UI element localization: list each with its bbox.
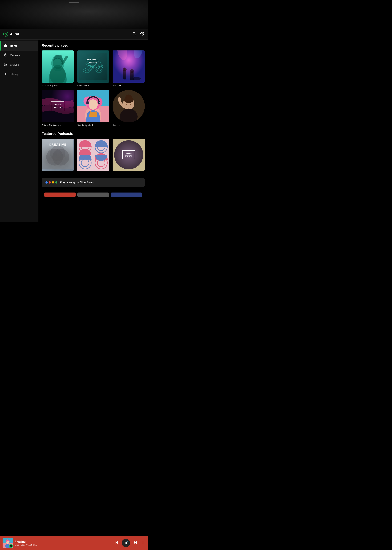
svg-point-44 [130,104,131,105]
aural-logo-icon [3,32,8,37]
voice-dot-red [49,181,51,183]
svg-point-46 [46,149,63,165]
sidebar-item-home[interactable]: Home [0,41,38,51]
svg-point-7 [5,63,5,64]
svg-point-47 [52,149,69,165]
recents-icon [4,53,7,57]
sidebar-item-recents-label: Recents [10,54,20,57]
voice-dots [45,181,57,183]
svg-point-0 [4,32,8,36]
album-label-jay-los: Jay Los [112,124,145,127]
sidebar-item-browse-label: Browse [10,63,19,66]
voice-assistant-text: Play a song by Alice Broek [60,181,94,184]
voice-dot-blue [45,181,48,183]
svg-point-42 [118,97,121,101]
header-icons [132,31,145,37]
sidebar-item-browse[interactable]: Browse [0,60,38,70]
svg-point-21 [123,68,126,71]
main-layout: Home Recents Browse Library Recently pla… [0,40,148,222]
browse-icon [4,63,7,67]
svg-point-19 [132,50,144,59]
action-button-1[interactable] [44,192,76,197]
svg-point-23 [130,69,133,73]
podcast-item-lorem2[interactable]: LOREM IPSUM. [112,139,145,172]
action-button-2[interactable] [77,192,109,197]
podcast-cover-pink-circles [77,139,109,171]
lorem-ipsum-line1: LOREM [54,104,62,106]
recently-played-grid: Today's Top Hits [42,50,145,127]
svg-point-1 [6,35,6,35]
svg-text:ABSTRACT: ABSTRACT [86,58,100,61]
action-button-3[interactable] [111,192,142,197]
sidebar-item-library-label: Library [10,73,18,76]
svg-point-43 [126,104,127,105]
search-button[interactable] [132,31,137,37]
voice-assistant-bar[interactable]: Play a song by Alice Broek [42,178,145,187]
svg-text:H: H [99,102,100,104]
settings-button[interactable] [140,31,145,37]
app-title: Aural [10,32,19,36]
svg-point-40 [124,97,133,103]
drag-handle[interactable] [69,2,79,3]
album-cover-jay-los [112,90,145,122]
top-background [0,0,148,29]
svg-text:DESIGN: DESIGN [89,61,97,63]
album-item-viva-latino[interactable]: ABSTRACT DESIGN !Viva Latino! [77,50,109,87]
recently-played-title: Recently played [42,43,145,48]
podcast-cover-creative: CREATIVE [42,139,74,171]
home-icon [4,44,7,48]
svg-point-4 [142,33,143,34]
svg-rect-22 [130,71,133,80]
svg-text:CREATIVE: CREATIVE [49,143,67,146]
album-cover-are-and-be [112,50,145,83]
voice-dot-yellow [52,181,54,183]
sidebar-item-recents[interactable]: Recents [0,51,38,60]
svg-rect-20 [123,70,126,79]
app-logo: Aural [3,32,132,37]
album-item-jay-los[interactable]: Jay Los [112,90,145,126]
svg-rect-34 [86,101,89,104]
podcast-item-creative[interactable]: CREATIVE [42,139,74,172]
album-item-daily-mix-2[interactable]: H Your Daily Mix 2 [77,90,109,126]
svg-point-48 [50,146,65,161]
album-label-daily-mix-2: Your Daily Mix 2 [77,124,109,127]
featured-podcasts-grid: CREATIVE [42,139,145,172]
lorem2-box: LOREM IPSUM. [122,150,135,159]
svg-rect-17 [112,50,145,83]
lorem-ipsum-line2: IPSUM. [54,106,62,109]
podcast-cover-lorem2: LOREM IPSUM. [112,139,145,171]
svg-rect-45 [42,139,73,169]
sidebar: Home Recents Browse Library [0,40,38,222]
lorem2-line2: IPSUM. [125,155,133,157]
library-icon [4,72,7,76]
album-cover-todays-top-hits [42,50,74,83]
bottom-actions [42,190,145,199]
featured-podcasts-title: Featured Podcasts [42,132,145,136]
album-label-viva-latino: !Viva Latino! [77,84,109,87]
lorem-ipsum-box: LOREM IPSUM. [51,101,64,111]
album-label-the-weeknd: This is The Weeknd [42,124,74,127]
sidebar-item-home-label: Home [10,44,17,48]
svg-point-25 [133,77,140,80]
svg-rect-11 [42,50,74,83]
album-label-todays-top-hits: Today's Top Hits [42,84,74,87]
lorem2-line1: LOREM [125,152,133,155]
album-item-the-weeknd[interactable]: LOREM IPSUM. This is The Weeknd [42,90,74,126]
app-header: Aural [0,29,148,40]
album-cover-viva-latino: ABSTRACT DESIGN [77,50,109,83]
svg-line-3 [135,34,136,35]
album-item-todays-top-hits[interactable]: Today's Top Hits [42,50,74,87]
album-label-are-and-be: Are & Be [112,84,145,87]
svg-point-18 [116,50,129,61]
svg-point-33 [89,99,98,110]
podcast-item-pink-circles[interactable] [77,139,109,172]
svg-point-12 [53,58,63,69]
voice-dot-green [55,181,57,183]
album-cover-the-weeknd: LOREM IPSUM. [42,90,74,122]
album-cover-daily-mix-2: H [77,90,109,122]
album-item-are-and-be[interactable]: Are & Be [112,50,145,87]
main-content: Recently played [38,40,148,222]
svg-point-13 [50,67,66,83]
sidebar-item-library[interactable]: Library [0,70,38,79]
